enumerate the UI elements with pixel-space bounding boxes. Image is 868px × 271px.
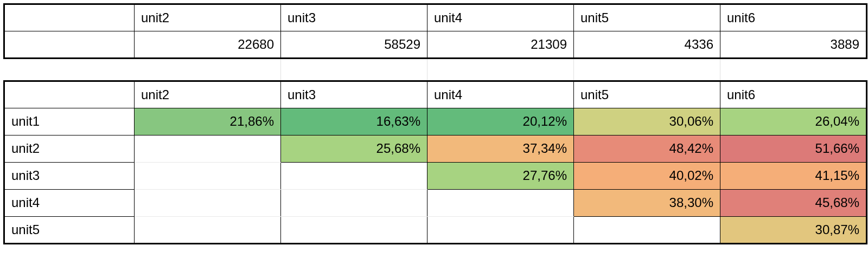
heat-cell [135, 162, 281, 189]
column-header: unit3 [281, 4, 427, 31]
heat-cell: 45,68% [720, 189, 867, 216]
row-header: unit1 [4, 108, 135, 135]
table-row: unit1 21,86% 16,63% 20,12% 30,06% 26,04% [4, 108, 867, 135]
table-row: unit2 unit3 unit4 unit5 unit6 [4, 81, 867, 108]
heat-cell: 41,15% [720, 162, 867, 189]
table-row: unit2 25,68% 37,34% 48,42% 51,66% [4, 135, 867, 162]
column-header: unit6 [720, 81, 867, 108]
table-row: unit3 27,76% 40,02% 41,15% [4, 162, 867, 189]
value-cell: 3889 [720, 31, 867, 59]
row-header: unit3 [4, 162, 135, 189]
heat-cell [574, 216, 720, 243]
column-header: unit5 [574, 4, 720, 31]
heat-cell: 30,06% [574, 108, 720, 135]
blank-corner [4, 4, 135, 31]
column-header: unit5 [574, 81, 720, 108]
column-header: unit2 [135, 4, 281, 31]
heat-cell: 48,42% [574, 135, 720, 162]
heat-cell: 21,86% [135, 108, 281, 135]
table-row: unit4 38,30% 45,68% [4, 189, 867, 216]
heat-cell [427, 216, 574, 243]
heat-cell: 51,66% [720, 135, 867, 162]
column-header: unit6 [720, 4, 867, 31]
heat-cell [135, 216, 281, 243]
heat-cell [281, 189, 427, 216]
heat-cell: 26,04% [720, 108, 867, 135]
heat-cell: 25,68% [281, 135, 427, 162]
heat-cell [135, 189, 281, 216]
table-row: unit5 30,87% [4, 216, 867, 243]
value-cell: 58529 [281, 31, 427, 59]
heat-cell: 16,63% [281, 108, 427, 135]
table-row: unit2 unit3 unit4 unit5 unit6 [4, 4, 867, 31]
heat-cell: 38,30% [574, 189, 720, 216]
blank-cell [4, 31, 135, 59]
heat-cell: 20,12% [427, 108, 574, 135]
value-cell: 22680 [135, 31, 281, 59]
row-header: unit2 [4, 135, 135, 162]
heatmap-table: unit2 unit3 unit4 unit5 unit6 unit1 21,8… [3, 80, 867, 244]
heat-cell [135, 135, 281, 162]
value-cell: 4336 [574, 31, 720, 59]
column-header: unit2 [135, 81, 281, 108]
heat-cell: 40,02% [574, 162, 720, 189]
heat-cell [281, 216, 427, 243]
column-header: unit3 [281, 81, 427, 108]
table-row: 22680 58529 21309 4336 3889 [4, 31, 867, 59]
value-cell: 21309 [427, 31, 574, 59]
column-header: unit4 [427, 81, 574, 108]
heat-cell [281, 162, 427, 189]
row-header: unit4 [4, 189, 135, 216]
blank-corner [4, 81, 135, 108]
row-header: unit5 [4, 216, 135, 243]
column-header: unit4 [427, 4, 574, 31]
heat-cell: 37,34% [427, 135, 574, 162]
heat-cell [427, 189, 574, 216]
heat-cell: 30,87% [720, 216, 867, 243]
top-table: unit2 unit3 unit4 unit5 unit6 22680 5852… [3, 3, 867, 80]
heat-cell: 27,76% [427, 162, 574, 189]
